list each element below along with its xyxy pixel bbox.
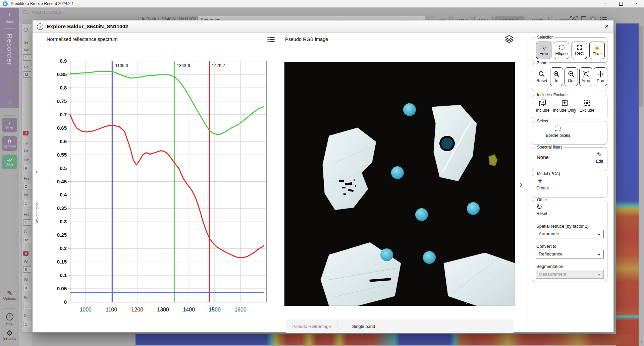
exclude-button[interactable]: Exclude [580, 99, 594, 113]
svg-text:0.35: 0.35 [57, 205, 67, 211]
convert-to-label: Convert to [536, 244, 556, 249]
create-label: Create [536, 186, 549, 190]
spectrum-chart[interactable]: 00.050.10.150.20.250.30.350.40.450.50.55… [51, 51, 285, 319]
border-pixels-icon [554, 125, 561, 132]
other-legend: Other [535, 197, 549, 202]
plus-icon: + [536, 177, 542, 185]
spatial-reduce-select[interactable]: Automatic [536, 230, 604, 238]
panel-divider [281, 33, 281, 332]
spectral-filters-legend: Spectral filters [535, 145, 564, 150]
exclude-label: Exclude [580, 108, 594, 113]
selection-group: Selection Free Ellipse Rect ☝ Pixel [532, 37, 607, 63]
svg-text:1000: 1000 [79, 307, 92, 312]
chevron-down-icon [597, 254, 601, 256]
free-select-icon [540, 45, 547, 50]
wavelengths-tab-label: Wavelengths [35, 180, 39, 224]
maximize-button[interactable] [613, 0, 629, 7]
svg-text:0.7: 0.7 [60, 112, 67, 117]
svg-text:0.6: 0.6 [60, 138, 67, 144]
chevron-left-icon: ‹ [36, 168, 38, 175]
info-icon: i [37, 23, 43, 30]
svg-text:0.55: 0.55 [57, 152, 67, 158]
include-only-button[interactable]: Include Only [553, 99, 576, 113]
zoom-out-label: Out [568, 78, 575, 83]
svg-text:0.25: 0.25 [57, 232, 67, 238]
svg-text:0.1: 0.1 [60, 272, 67, 278]
model-pca-legend: Model (PCA) [535, 171, 562, 176]
edit-filters-button[interactable]: ✎ Edit [596, 152, 603, 164]
close-window-button[interactable]: × [629, 0, 644, 7]
rect-select-icon [577, 45, 582, 50]
chevron-down-icon [597, 234, 601, 236]
svg-text:1200: 1200 [131, 307, 143, 312]
other-group: Other ↻ Reset Spatial reduce (by factor … [532, 200, 607, 282]
pixel-label: Pixel [592, 52, 601, 56]
spatial-reduce-value: Automatic [539, 231, 559, 236]
segmentation-select: Measurement [536, 270, 604, 279]
list-icon[interactable] [267, 37, 275, 43]
selection-legend: Selection [535, 35, 555, 40]
reset-other-button[interactable]: ↻ Reset [536, 204, 547, 216]
svg-text:0.05: 0.05 [57, 286, 67, 291]
include-only-label: Include Only [553, 108, 576, 113]
image-view-tabs: Pseudo RGB image Single band [286, 320, 514, 333]
border-pixels-button[interactable]: Border pixels [546, 125, 570, 138]
include-exclude-group: Include / Exclude Include Include Only E… [532, 95, 607, 119]
select-legend: Select [535, 119, 550, 123]
reset-circular-arrow-icon: ↻ [536, 204, 542, 210]
zoom-pan-button[interactable]: Pan [594, 67, 607, 86]
pseudo-rgb-image[interactable] [284, 62, 515, 306]
edit-label: Edit [596, 159, 603, 164]
include-button[interactable]: Include [536, 99, 549, 113]
svg-text:0.15: 0.15 [57, 259, 67, 265]
svg-text:0.9: 0.9 [60, 58, 67, 64]
zoom-in-button[interactable]: In [550, 67, 564, 86]
svg-text:0.65: 0.65 [57, 125, 67, 131]
zoom-reset-button[interactable]: Reset [535, 67, 549, 86]
convert-to-value: Reflectance [539, 251, 562, 256]
svg-text:1400: 1400 [183, 307, 195, 312]
segmentation-label: Segmentation [536, 264, 563, 269]
explore-dialog: i Explore Baldur_S640iN_SN11002 × ‹ Wave… [32, 20, 614, 333]
dialog-title: Explore Baldur_S640iN_SN11002 [47, 23, 128, 30]
dialog-close-button[interactable]: × [605, 22, 609, 31]
selection-free-button[interactable]: Free [536, 42, 551, 59]
layers-icon[interactable] [505, 35, 514, 43]
panel-divider [528, 33, 528, 332]
svg-text:0.2: 0.2 [60, 245, 67, 251]
zoom-in-icon [553, 71, 560, 77]
app-icon: b. [3, 1, 8, 6]
ellipse-label: Ellipse [555, 51, 568, 56]
chevron-right-icon[interactable]: › [520, 179, 523, 190]
model-pca-group: Model (PCA) + Create [532, 174, 607, 197]
zoom-out-button[interactable]: Out [565, 67, 578, 86]
magnifier-icon [538, 71, 545, 77]
svg-text:0.8: 0.8 [60, 85, 67, 91]
window-title: Prediktera Breeze Record 2024.2.1 [11, 1, 74, 6]
svg-text:0.75: 0.75 [57, 98, 67, 104]
zoom-out-icon [568, 71, 575, 77]
selection-ellipse-button[interactable]: Ellipse [554, 42, 569, 59]
reset-label: Reset [536, 211, 547, 216]
include-icon [539, 99, 547, 107]
svg-text:0: 0 [64, 299, 67, 305]
convert-to-select[interactable]: Reflectance [536, 250, 604, 258]
select-group: Select Border pixels [532, 121, 607, 145]
pixel-hand-icon: ☝ [594, 45, 600, 51]
tab-pseudo-rgb[interactable]: Pseudo RGB image [286, 320, 337, 333]
svg-text:0.45: 0.45 [57, 179, 67, 184]
selection-rect-button[interactable]: Rect [572, 42, 587, 59]
border-pixels-label: Border pixels [546, 133, 570, 138]
rect-label: Rect [575, 51, 584, 56]
zoom-area-label: Area [581, 78, 590, 83]
wavelengths-panel-handle[interactable]: ‹ Wavelengths [33, 33, 44, 332]
ellipse-select-icon [559, 45, 565, 50]
create-model-button[interactable]: + Create [536, 177, 549, 190]
zoom-area-button[interactable]: Area [579, 67, 593, 86]
selection-pixel-button[interactable]: ☝ Pixel [589, 42, 605, 59]
tab-single-band[interactable]: Single band [337, 320, 390, 333]
svg-text:0.85: 0.85 [57, 71, 67, 77]
pan-label: Pan [597, 78, 604, 83]
minimize-button[interactable]: − [598, 0, 613, 7]
maximize-icon [619, 2, 623, 6]
